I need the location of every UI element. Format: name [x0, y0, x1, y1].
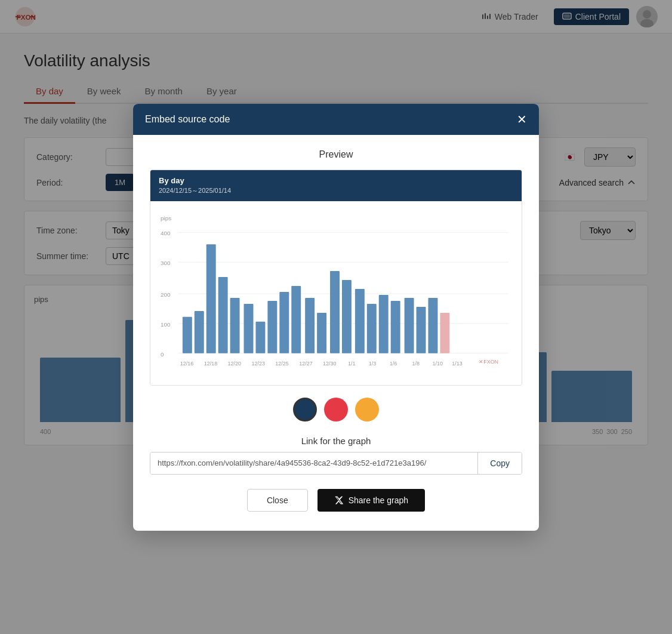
svg-rect-37: [355, 289, 365, 353]
svg-rect-26: [218, 277, 228, 353]
link-url-input[interactable]: [150, 453, 477, 474]
svg-rect-32: [291, 286, 301, 353]
preview-chart-title: By day: [159, 176, 513, 185]
preview-chart-subtitle: 2024/12/15～2025/01/14: [159, 186, 513, 195]
link-row: Copy: [150, 452, 522, 475]
svg-text:1/3: 1/3: [369, 360, 376, 366]
preview-chart-svg: pips 400 300 200 100 0: [158, 208, 514, 376]
modal-close-button[interactable]: ✕: [517, 113, 527, 125]
preview-chart-body: pips 400 300 200 100 0: [150, 201, 522, 385]
svg-rect-38: [367, 303, 377, 353]
svg-rect-30: [267, 300, 277, 353]
close-button[interactable]: Close: [247, 489, 308, 512]
svg-rect-42: [417, 306, 426, 353]
share-label: Share the graph: [349, 495, 408, 505]
copy-button[interactable]: Copy: [477, 453, 522, 474]
swatch-orange[interactable]: [355, 398, 379, 421]
svg-text:12/20: 12/20: [228, 360, 241, 366]
link-section-title: Link for the graph: [150, 436, 522, 446]
svg-text:1/10: 1/10: [432, 360, 442, 366]
modal-body: Preview By day 2024/12/15～2025/01/14 pip…: [133, 135, 539, 531]
modal-footer: Close Share the graph: [150, 489, 522, 516]
svg-text:✕FXON: ✕FXON: [479, 358, 498, 364]
svg-rect-34: [317, 312, 326, 353]
svg-rect-27: [230, 297, 240, 353]
color-swatches: [150, 398, 522, 421]
svg-rect-33: [305, 297, 315, 353]
svg-text:12/25: 12/25: [275, 360, 288, 366]
svg-rect-25: [206, 244, 216, 353]
modal-title: Embed source code: [145, 114, 230, 125]
svg-text:300: 300: [161, 260, 171, 266]
svg-rect-36: [342, 280, 352, 353]
svg-rect-35: [330, 271, 340, 353]
embed-modal: Embed source code ✕ Preview By day 2024/…: [133, 104, 539, 531]
preview-chart-header: By day 2024/12/15～2025/01/14: [150, 170, 522, 201]
svg-rect-24: [195, 310, 204, 353]
svg-text:400: 400: [161, 230, 171, 236]
svg-text:200: 200: [161, 291, 171, 297]
svg-text:1/8: 1/8: [412, 360, 420, 366]
modal-header: Embed source code ✕: [133, 104, 539, 135]
svg-text:1/6: 1/6: [390, 360, 397, 366]
svg-text:100: 100: [161, 321, 171, 327]
svg-text:12/27: 12/27: [299, 360, 312, 366]
svg-rect-41: [405, 297, 414, 353]
preview-label: Preview: [150, 149, 522, 160]
swatch-red[interactable]: [324, 398, 348, 421]
svg-text:pips: pips: [161, 215, 171, 221]
svg-text:12/16: 12/16: [180, 360, 193, 366]
preview-chart: By day 2024/12/15～2025/01/14 pips 400 30…: [150, 170, 522, 386]
svg-rect-29: [255, 321, 265, 353]
modal-overlay[interactable]: Embed source code ✕ Preview By day 2024/…: [0, 0, 672, 634]
swatch-navy[interactable]: [293, 398, 317, 421]
svg-text:0: 0: [161, 350, 164, 357]
svg-text:12/30: 12/30: [323, 360, 336, 366]
svg-text:12/18: 12/18: [204, 360, 217, 366]
svg-text:1/13: 1/13: [452, 360, 462, 366]
svg-rect-28: [244, 303, 254, 353]
svg-rect-39: [379, 294, 389, 353]
share-button[interactable]: Share the graph: [317, 489, 425, 512]
svg-rect-43: [428, 297, 437, 353]
svg-text:1/1: 1/1: [348, 360, 355, 366]
svg-rect-23: [183, 316, 192, 353]
svg-rect-40: [391, 300, 400, 353]
twitter-x-icon: [334, 495, 344, 505]
svg-rect-44: [440, 312, 449, 353]
svg-text:12/23: 12/23: [251, 360, 264, 366]
svg-rect-31: [279, 292, 289, 353]
